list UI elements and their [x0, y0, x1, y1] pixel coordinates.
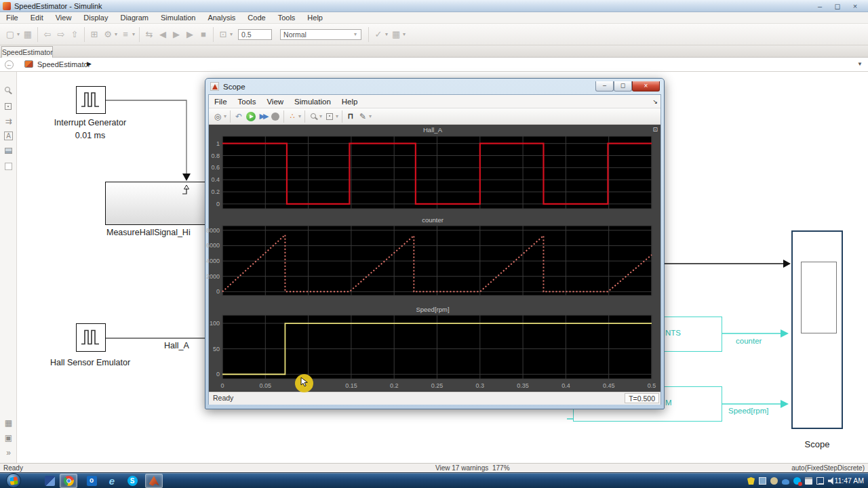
scope-minimize-icon[interactable]: –: [595, 81, 614, 92]
scope-menubar: File Tools View Simulation Help ↘: [209, 95, 660, 108]
scope-simulation-time: T=0.500: [625, 393, 659, 403]
fit-dropdown-icon[interactable]: ▾: [336, 113, 338, 119]
svg-text:0.8: 0.8: [211, 152, 220, 159]
tray-app-icon[interactable]: [770, 477, 778, 485]
speed-signal-label: Speed[rpm]: [728, 407, 768, 415]
hall-a-chart: 00.20.40.60.81: [209, 136, 656, 212]
scope-dock-arrow-icon[interactable]: ↘: [652, 98, 658, 105]
scope-plot-area: ⊡ Hall_A 00.20.40.60.81 counter 02000400…: [209, 125, 660, 392]
pulse-icon: [77, 87, 104, 113]
rpm-block-text: M: [665, 399, 672, 407]
scope-signal-selector-icon[interactable]: ∴: [286, 110, 298, 123]
scope-zoom-icon[interactable]: [307, 110, 319, 123]
scope-menu-tools[interactable]: Tools: [233, 98, 262, 106]
mouse-cursor: [300, 377, 310, 388]
scope-window-title: Scope: [223, 83, 245, 91]
svg-text:0: 0: [220, 382, 224, 389]
internet-explorer-icon: e: [109, 475, 115, 487]
svg-text:8000: 8000: [206, 227, 220, 234]
windows-logo-icon: [9, 476, 18, 485]
svg-text:6000: 6000: [206, 242, 220, 249]
scope-restore-view-icon[interactable]: ↶: [233, 110, 245, 123]
svg-text:50: 50: [213, 346, 220, 352]
tray-shield-icon[interactable]: [747, 477, 755, 485]
hall-sensor-emulator-block[interactable]: [76, 323, 106, 352]
plot-title-hall-a: Hall_A: [209, 126, 656, 134]
taskbar-outlook-button[interactable]: o: [83, 474, 100, 488]
tray-skype-icon[interactable]: [793, 477, 801, 485]
matlab-icon: [149, 476, 159, 486]
interrupt-generator-label: Interrupt Generator: [22, 118, 158, 127]
svg-text:0: 0: [216, 201, 220, 207]
signal-dropdown-icon[interactable]: ▾: [298, 113, 301, 119]
svg-text:100: 100: [210, 320, 220, 327]
scope-menu-help[interactable]: Help: [336, 98, 363, 106]
scope-menu-simulation[interactable]: Simulation: [289, 98, 336, 106]
scope-menu-file[interactable]: File: [209, 98, 233, 106]
svg-text:0.4: 0.4: [211, 176, 220, 183]
svg-text:0.3: 0.3: [476, 382, 485, 389]
scope-app-icon: [210, 82, 219, 91]
counter-signal-label: counter: [736, 337, 762, 345]
scope-run-icon[interactable]: [245, 110, 257, 123]
scope-parameters-icon[interactable]: ◎: [212, 110, 224, 123]
svg-text:0.15: 0.15: [345, 382, 357, 389]
scope-close-icon[interactable]: ×: [632, 81, 660, 92]
taskbar-chrome-button[interactable]: [60, 474, 77, 488]
tray-display-icon[interactable]: [759, 477, 766, 485]
counter-chart: 02000400060008000: [209, 226, 656, 299]
svg-text:2000: 2000: [206, 273, 220, 280]
svg-text:0.5: 0.5: [648, 382, 656, 389]
hall-a-signal-label: Hall_A: [164, 341, 205, 350]
interrupt-generator-block[interactable]: [76, 86, 106, 114]
scope-fit-view-icon[interactable]: [323, 110, 336, 123]
svg-text:4000: 4000: [206, 258, 220, 264]
scope-stop-icon[interactable]: [269, 110, 281, 123]
start-button[interactable]: [6, 473, 21, 488]
taskbar-matlab-button[interactable]: [145, 474, 163, 488]
taskbar-clock[interactable]: 11:47 AM: [834, 476, 864, 485]
scope-titlebar[interactable]: Scope – ◻ ×: [208, 79, 661, 94]
scope-status-ready: Ready: [213, 394, 233, 402]
scope-block-label: Scope: [783, 439, 851, 449]
hall-sensor-emulator-label: Hall Sensor Emulator: [22, 358, 158, 367]
svg-text:0.05: 0.05: [260, 382, 272, 389]
pulse-icon: [77, 324, 104, 350]
svg-text:0: 0: [216, 371, 220, 378]
tray-network-icon[interactable]: [816, 477, 824, 485]
tray-clipboard-icon[interactable]: [805, 477, 812, 485]
parameters-dropdown-icon[interactable]: ▾: [224, 113, 226, 119]
scope-statusbar: Ready T=0.500: [209, 392, 660, 405]
svg-text:0.25: 0.25: [431, 382, 443, 389]
svg-text:0.4: 0.4: [561, 382, 570, 389]
taskbar: o e S 11:47 AM: [0, 472, 868, 488]
taskbar-skype-button[interactable]: S: [123, 474, 141, 488]
outlook-icon: o: [87, 476, 97, 486]
svg-text:0.45: 0.45: [603, 382, 615, 389]
system-tray: [747, 473, 835, 488]
taskbar-app-button[interactable]: [41, 474, 58, 488]
app-icon: [45, 476, 55, 486]
plot-title-speed: Speed[rpm]: [209, 306, 656, 313]
zoom-dropdown-icon[interactable]: ▾: [319, 113, 322, 119]
scope-menu-view[interactable]: View: [261, 98, 289, 106]
taskbar-ie-button[interactable]: e: [103, 474, 121, 488]
svg-text:0.2: 0.2: [211, 188, 220, 195]
tray-onedrive-icon[interactable]: [782, 479, 789, 485]
scope-step-forward-icon[interactable]: ▶▶: [257, 110, 269, 123]
speed-chart: 05010000.050.10.150.20.250.30.350.40.450…: [209, 315, 656, 391]
svg-text:1: 1: [216, 140, 220, 147]
measurements-dropdown-icon[interactable]: ▾: [369, 113, 372, 119]
scope-trigger-icon[interactable]: ⊓: [344, 110, 357, 123]
tray-network-base: [818, 483, 824, 485]
interrupt-generator-sublabel: 0.01 ms: [22, 131, 158, 140]
scope-toolbar: ◎ ▾ ↶ ▶▶ ∴ ▾ ▾ ▾ ⊓ ✎ ▾: [209, 108, 660, 125]
desktop: SpeedEstimator - Simulink – ◻ × File Edi…: [0, 0, 868, 488]
svg-text:0.2: 0.2: [390, 382, 399, 389]
scope-window: Scope – ◻ × File Tools View Simulation H…: [205, 78, 665, 409]
scope-restore-icon[interactable]: ◻: [614, 81, 632, 92]
skype-icon: S: [127, 476, 138, 486]
trigger-port-icon: [181, 184, 191, 195]
chrome-icon: [64, 476, 74, 486]
scope-measurements-icon[interactable]: ✎: [357, 110, 369, 123]
